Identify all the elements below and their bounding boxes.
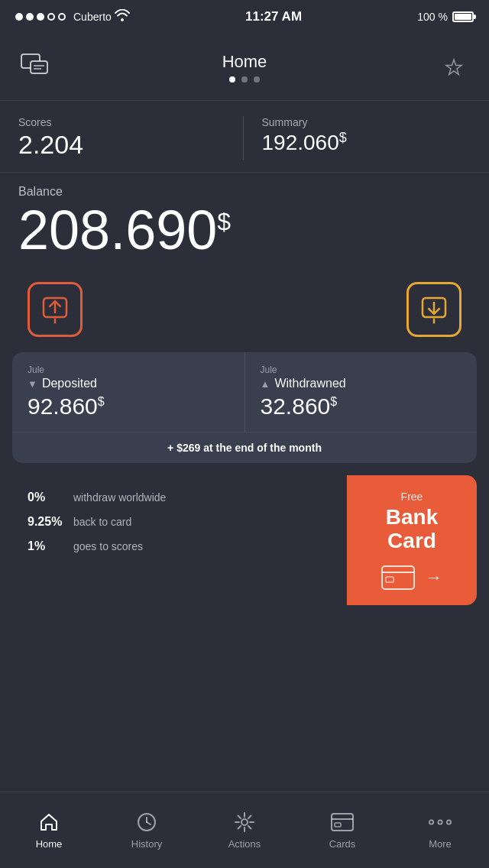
promo-pct-0: 0%	[28, 491, 73, 504]
withdrawn-label-row: ▲ Withdrawned	[261, 377, 462, 390]
promo-desc-1: back to card	[73, 516, 131, 528]
signal-dot-5	[58, 13, 66, 21]
scores-summary-row: Scores 2.204 Summary 192.060$	[0, 101, 489, 173]
bank-card-icon	[381, 565, 415, 590]
scores-label: Scores	[18, 116, 228, 128]
header-title: Home	[222, 52, 267, 72]
deposited-label-row: ▼ Deposited	[28, 377, 229, 390]
favorite-icon[interactable]	[437, 50, 471, 84]
deposited-arrow-icon: ▼	[28, 378, 37, 390]
promo-row-1: 9.25% back to card	[28, 515, 332, 529]
balance-section: Balance 208.690$	[0, 173, 489, 270]
svg-rect-12	[386, 577, 393, 582]
svg-line-23	[248, 816, 251, 819]
wifi-icon	[115, 9, 130, 24]
history-tab-label: History	[131, 838, 162, 850]
promo-pct-1: 9.25%	[28, 515, 73, 529]
battery-icon	[452, 11, 474, 22]
svg-point-30	[447, 820, 451, 824]
svg-rect-10	[382, 566, 414, 589]
svg-point-28	[429, 820, 433, 824]
tab-home[interactable]: Home	[0, 792, 98, 868]
scores-value: 2.204	[18, 130, 228, 160]
home-tab-icon	[37, 811, 60, 834]
promo-left: 0% withdraw worldwide 9.25% back to card…	[12, 475, 347, 605]
more-tab-label: More	[429, 838, 452, 850]
tab-bar: Home History Actio	[0, 792, 489, 868]
withdrawn-month: Jule	[261, 364, 462, 375]
tab-more[interactable]: More	[391, 792, 489, 868]
withdrawn-label: Withdrawned	[274, 377, 345, 390]
month-end-row: + $269 at the end of the month	[12, 432, 477, 463]
promo-pct-2: 1%	[28, 539, 73, 553]
bank-card-title: BankCard	[386, 506, 438, 553]
signal-dot-3	[37, 13, 44, 21]
summary-block: Summary 192.060$	[244, 116, 471, 160]
month-end-amount: $269	[176, 442, 200, 454]
page-dot-3[interactable]	[254, 76, 260, 83]
download-button[interactable]	[406, 282, 461, 337]
dep-with-row: Jule ▼ Deposited 92.860$ Jule ▲ Withdraw…	[12, 352, 477, 432]
free-label: Free	[401, 491, 423, 503]
svg-rect-1	[31, 61, 47, 73]
home-tab-label: Home	[36, 838, 63, 850]
status-left: Cuberto	[15, 9, 130, 24]
promo-row-2: 1% goes to scores	[28, 539, 332, 553]
carrier-name: Cuberto	[73, 11, 112, 23]
withdrawn-block: Jule ▲ Withdrawned 32.860$	[245, 352, 478, 432]
actions-tab-icon	[233, 811, 256, 834]
more-tab-icon	[429, 811, 452, 834]
svg-rect-27	[335, 823, 341, 827]
svg-rect-25	[332, 814, 353, 831]
promo-desc-0: withdraw worldwide	[73, 491, 166, 504]
status-right: 100 %	[417, 11, 474, 23]
tab-actions[interactable]: Actions	[196, 792, 293, 868]
page-dot-2[interactable]	[241, 76, 248, 83]
chat-icon[interactable]	[18, 50, 52, 84]
signal-dot-4	[47, 13, 55, 21]
cards-tab-icon	[331, 811, 354, 834]
deposited-amount: 92.860$	[28, 394, 229, 419]
action-icons-row	[0, 270, 489, 352]
signal-dot-1	[15, 13, 23, 21]
status-time: 11:27 AM	[245, 9, 302, 24]
promo-card: 0% withdraw worldwide 9.25% back to card…	[12, 475, 477, 605]
summary-value: 192.060$	[262, 130, 471, 155]
svg-line-15	[147, 822, 151, 824]
balance-value: 208.690$	[18, 200, 471, 261]
header: Home	[0, 34, 489, 101]
tab-cards[interactable]: Cards	[293, 792, 391, 868]
svg-line-24	[238, 826, 241, 829]
page-dot-1[interactable]	[229, 76, 235, 83]
battery-pct: 100 %	[417, 11, 448, 23]
signal-dot-2	[26, 13, 34, 21]
actions-tab-label: Actions	[228, 838, 261, 850]
promo-desc-2: goes to scores	[73, 540, 143, 552]
withdrawn-arrow-icon: ▲	[261, 378, 270, 390]
arrow-right-icon: →	[426, 568, 442, 588]
upload-button[interactable]	[28, 282, 83, 337]
card-icon-row: →	[381, 565, 442, 590]
tab-history[interactable]: History	[98, 792, 196, 868]
deposited-block: Jule ▼ Deposited 92.860$	[12, 352, 245, 432]
free-bank-card-button[interactable]: Free BankCard →	[347, 475, 477, 605]
scores-block: Scores 2.204	[18, 116, 244, 160]
page-dots	[229, 76, 260, 83]
svg-point-16	[241, 819, 248, 825]
withdrawn-amount: 32.860$	[261, 394, 462, 419]
main-content: Scores 2.204 Summary 192.060$ Balance 20…	[0, 101, 489, 605]
promo-row-0: 0% withdraw worldwide	[28, 491, 332, 504]
svg-point-29	[438, 820, 442, 824]
header-center: Home	[222, 52, 267, 83]
cards-tab-label: Cards	[329, 838, 356, 850]
dep-with-card: Jule ▼ Deposited 92.860$ Jule ▲ Withdraw…	[12, 352, 477, 463]
balance-label: Balance	[18, 185, 471, 199]
status-bar: Cuberto 11:27 AM 100 %	[0, 0, 489, 34]
history-tab-icon	[135, 811, 158, 834]
deposited-month: Jule	[28, 364, 229, 375]
svg-line-21	[238, 816, 241, 819]
svg-line-22	[248, 826, 251, 829]
deposited-label: Deposited	[42, 377, 97, 390]
summary-label: Summary	[262, 116, 471, 128]
